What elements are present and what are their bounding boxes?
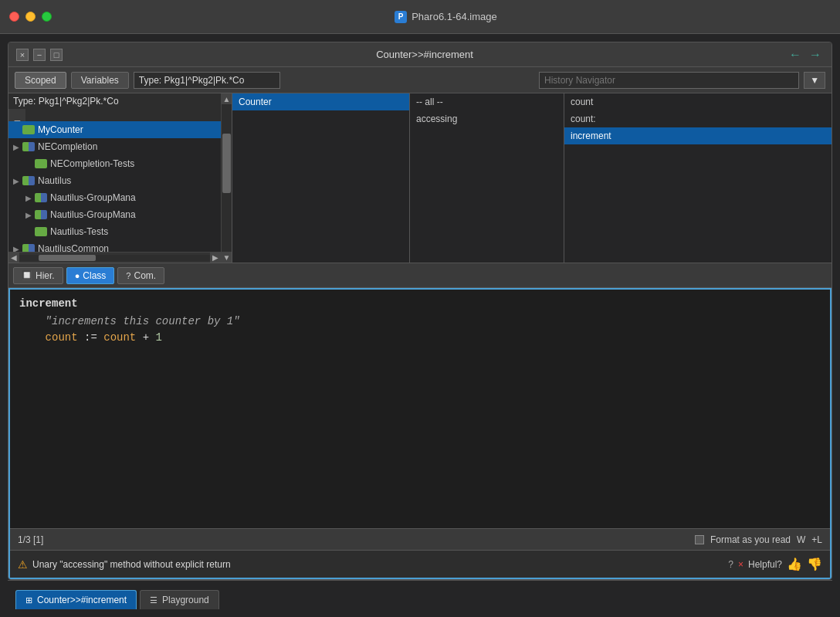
window-controls: × − □ xyxy=(16,49,63,61)
code-line-comment: "increments this counter by 1" xyxy=(19,314,821,330)
list-item[interactable]: increment xyxy=(564,127,832,144)
vscroll-thumb[interactable] xyxy=(222,134,231,192)
package-icon xyxy=(22,125,35,134)
warning-close-button[interactable]: × xyxy=(738,559,743,570)
win-close-button[interactable]: × xyxy=(16,49,29,61)
hier-tab-icon: 🔲 xyxy=(22,270,32,280)
list-item[interactable]: NECompletion-Tests xyxy=(8,155,221,172)
tab-counter-increment[interactable]: ⊞ Counter>>#increment xyxy=(15,590,137,609)
code-plus-op: + xyxy=(143,331,156,344)
vscroll-up-button[interactable]: ▲ xyxy=(222,93,232,104)
list-item[interactable]: accessing xyxy=(410,110,564,127)
code-num-1: 1 xyxy=(155,331,161,344)
list-item[interactable]: ▶ Nautilus-GroupMana xyxy=(8,206,221,223)
classes-list: Counter xyxy=(232,93,409,263)
tab-counter-icon: ⊞ xyxy=(25,595,32,605)
expand-arrow-icon: ▶ xyxy=(13,143,22,151)
package-icon xyxy=(35,210,47,219)
vscroll-track xyxy=(222,104,232,252)
bottom-tabbar: ⊞ Counter>>#increment ☰ Playground xyxy=(8,580,832,609)
categories-list: -- all -- accessing xyxy=(410,93,564,263)
w-button[interactable]: W xyxy=(797,534,805,545)
package-icon xyxy=(35,159,47,168)
vscroll-down-button[interactable]: ▼ xyxy=(222,252,232,263)
list-item[interactable]: -- all -- xyxy=(410,93,564,110)
traffic-lights xyxy=(9,12,52,22)
hscroll-thumb[interactable] xyxy=(39,255,96,261)
method-label: increment xyxy=(571,131,611,141)
warning-question-button[interactable]: ? xyxy=(728,559,733,570)
win-max-button[interactable]: □ xyxy=(50,49,63,61)
titlebar-text: Pharo6.1-64.image xyxy=(412,11,497,22)
win-min-button[interactable]: − xyxy=(33,49,46,61)
close-button[interactable] xyxy=(9,12,19,22)
code-var-count2: count xyxy=(103,331,136,344)
list-item[interactable]: ▶ NautilusCommon xyxy=(8,240,221,252)
class-tab-icon: ● xyxy=(75,271,80,280)
variables-button[interactable]: Variables xyxy=(71,72,129,89)
expand-arrow-icon: ▶ xyxy=(25,211,35,219)
expand-arrow-icon: ▶ xyxy=(13,177,22,185)
packages-list: MyCounter ▶ NECompletion NECompletion-Te… xyxy=(8,121,221,252)
nav-forward-button[interactable]: → xyxy=(807,48,824,62)
list-item[interactable]: ▶ Nautilus-GroupMana xyxy=(8,189,221,206)
list-item[interactable]: ▶ NECompletion xyxy=(8,138,221,155)
code-editor: increment "increments this counter by 1"… xyxy=(8,288,832,579)
history-dropdown-button[interactable]: ▼ xyxy=(804,72,825,89)
packages-content: ▼ MyCounter ▶ NECompletion xyxy=(8,93,221,263)
method-label: count xyxy=(571,97,593,107)
list-item[interactable]: count: xyxy=(564,110,832,127)
class-tab-label: Class xyxy=(83,270,106,281)
package-label: NECompletion xyxy=(38,141,97,152)
format-checkbox[interactable] xyxy=(695,535,704,544)
main-area: × − □ Counter>>#increment ← → Scoped Var… xyxy=(0,34,840,617)
hscroll-track xyxy=(19,255,210,261)
package-filter-input[interactable] xyxy=(134,72,280,89)
tab-counter-label: Counter>>#increment xyxy=(37,595,127,605)
toolbar: Scoped Variables ▼ xyxy=(8,67,832,93)
history-navigator-input[interactable] xyxy=(539,72,799,89)
nav-back-button[interactable]: ← xyxy=(787,48,804,62)
titlebar: P Pharo6.1-64.image xyxy=(0,0,840,34)
hscroll-right-button[interactable]: ▶ xyxy=(210,253,221,263)
tab-playground[interactable]: ☰ Playground xyxy=(140,590,219,609)
category-label: -- all -- xyxy=(416,97,443,107)
classes-panel: Counter xyxy=(232,93,410,263)
hier-tab-label: Hier. xyxy=(36,270,55,281)
class-label: Counter xyxy=(239,97,272,107)
l-button[interactable]: +L xyxy=(811,534,822,545)
package-label: MyCounter xyxy=(38,124,83,135)
category-label: accessing xyxy=(416,114,457,124)
warning-icon: ⚠ xyxy=(18,558,28,571)
package-icon xyxy=(35,193,47,202)
method-label: count: xyxy=(571,114,596,124)
class-tab[interactable]: ● Class xyxy=(66,267,115,284)
code-content[interactable]: increment "increments this counter by 1"… xyxy=(10,290,830,528)
package-horizontal-scrollbar: ◀ ▶ xyxy=(8,252,221,263)
window-chrome: × − □ Counter>>#increment ← → Scoped Var… xyxy=(8,42,832,580)
status-bar: 1/3 [1] Format as you read W +L xyxy=(10,528,830,550)
list-item[interactable]: MyCounter xyxy=(8,121,221,138)
hier-tab[interactable]: 🔲 Hier. xyxy=(13,267,63,284)
list-item[interactable]: ▶ Nautilus xyxy=(8,172,221,189)
list-item[interactable]: Nautilus-Tests xyxy=(8,223,221,240)
scoped-button[interactable]: Scoped xyxy=(15,72,66,89)
maximize-button[interactable] xyxy=(42,12,52,22)
status-right: Format as you read W +L xyxy=(695,534,822,545)
packages-panel: ▼ MyCounter ▶ NECompletion xyxy=(8,93,232,263)
warning-text: Unary "accessing" method without explici… xyxy=(32,559,723,570)
helpful-label: Helpful? xyxy=(748,559,782,570)
minimize-button[interactable] xyxy=(25,12,36,22)
thumbs-up-button[interactable]: 👍 xyxy=(787,557,802,571)
package-label: Nautilus-GroupMana xyxy=(50,192,136,203)
package-label: NautilusCommon xyxy=(38,243,109,252)
hscroll-left-button[interactable]: ◀ xyxy=(8,253,19,263)
package-search-input[interactable] xyxy=(8,93,134,109)
list-item[interactable]: Counter xyxy=(232,93,409,110)
comment-tab[interactable]: ? Com. xyxy=(117,267,164,284)
thumbs-down-button[interactable]: 👎 xyxy=(807,557,822,571)
list-item[interactable]: count xyxy=(564,93,832,110)
window-title: Counter>>#increment xyxy=(376,49,473,60)
package-icon xyxy=(22,142,35,151)
package-label: Nautilus-GroupMana xyxy=(50,209,136,220)
